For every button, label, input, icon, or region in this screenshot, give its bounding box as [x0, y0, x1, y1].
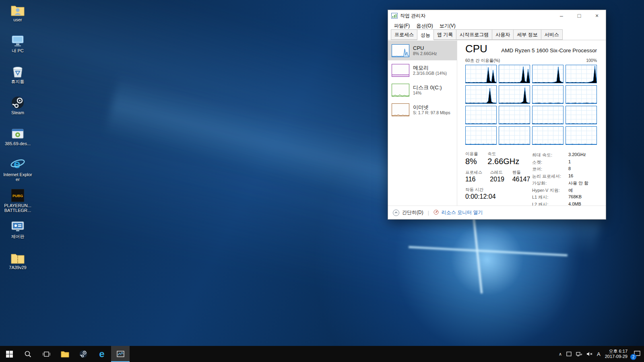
processor-name: AMD Ryzen 5 1600 Six-Core Processor: [501, 47, 597, 53]
cpu-core-graph: [465, 126, 497, 145]
sidebar-item-memory[interactable]: 메모리2.3/16.0GB (14%): [388, 60, 457, 80]
detail-label: 가상화:: [532, 180, 566, 186]
file-explorer-button[interactable]: [56, 346, 74, 362]
internet-explorer-taskbar-button[interactable]: e: [93, 346, 111, 362]
tab-app-history[interactable]: 앱 기록: [433, 29, 456, 40]
menu-file[interactable]: 파일(F): [391, 22, 413, 30]
titlebar[interactable]: 작업 관리자 – □ ×: [388, 10, 606, 21]
action-center-button[interactable]: 2: [632, 349, 641, 359]
desktop-icon-user-folder[interactable]: user: [2, 2, 33, 30]
tray-expand-icon[interactable]: ∧: [559, 352, 562, 357]
tab-details[interactable]: 세부 정보: [513, 29, 541, 40]
windows-logo-glow: [409, 246, 568, 257]
tray-display-icon[interactable]: [566, 352, 572, 356]
cpu-core-graph: [465, 106, 497, 124]
tab-processes[interactable]: 프로세스: [391, 29, 417, 40]
sidebar-item-cpu[interactable]: CPU8% 2.66GHz: [388, 41, 457, 60]
cpu-core-graph: [465, 85, 497, 104]
windows-logo-icon: [6, 351, 13, 358]
task-view-button[interactable]: [37, 346, 56, 362]
collapse-chevron-icon: [393, 210, 399, 216]
system-tray: ∧ A 오후 6:17 2017-09-29 2: [559, 346, 644, 362]
recycle-bin-icon: [12, 64, 24, 78]
internet-explorer-icon: e: [10, 157, 25, 171]
desktop-icon-my-pc[interactable]: 내 PC: [2, 33, 33, 61]
desktop-icon-steam[interactable]: Steam: [2, 95, 33, 123]
installer-icon: [11, 126, 24, 140]
start-button[interactable]: [0, 346, 19, 362]
steam-icon: [11, 95, 24, 109]
cpu-core-graph: [499, 85, 530, 104]
cpu-core-graph: [532, 65, 564, 83]
tab-users[interactable]: 사용자: [492, 29, 514, 40]
detail-value: 16: [568, 173, 588, 179]
sidebar-item-disk[interactable]: 디스크 0(C:)14%: [388, 80, 457, 100]
ime-language-indicator[interactable]: A: [597, 351, 601, 357]
taskbar-clock[interactable]: 오후 6:17 2017-09-29: [605, 349, 627, 359]
icon-label: 7A39v29: [9, 265, 26, 270]
detail-value: 768KB: [568, 194, 588, 200]
clock-date: 2017-09-29: [605, 354, 627, 359]
stat-utilization: 이용률 8%: [465, 151, 486, 166]
maximize-button[interactable]: □: [570, 10, 588, 21]
cpu-core-graph: [465, 65, 497, 83]
icon-label: PLAYERUN... BATTLEGR...: [2, 203, 33, 213]
icon-label: 휴지통: [11, 79, 25, 84]
menu-bar: 파일(F) 옵션(O) 보기(V): [388, 21, 606, 30]
icon-label: Steam: [11, 110, 24, 115]
tab-startup[interactable]: 시작프로그램: [456, 29, 492, 40]
icon-label: Internet Explorer: [2, 172, 33, 182]
cpu-details: 최대 속도:3.20GHz 소켓:1 코어:8 논리 프로세서:16 가상화:사…: [532, 152, 588, 214]
cpu-core-graph: [499, 106, 530, 124]
search-icon: [24, 350, 31, 358]
desktop-icon-driver-installer[interactable]: 385.69-des...: [2, 126, 33, 154]
cpu-core-graph: [499, 65, 530, 83]
open-resource-monitor-link[interactable]: 리소스 모니터 열기: [442, 209, 483, 216]
cpu-core-graph: [532, 126, 564, 145]
internet-explorer-icon: e: [99, 349, 104, 359]
desktop-icon-zip-folder[interactable]: 7A39v29: [2, 250, 33, 278]
menu-options[interactable]: 옵션(O): [413, 22, 436, 30]
minimize-button[interactable]: –: [553, 10, 570, 21]
desktop-icon-recycle-bin[interactable]: 휴지통: [2, 64, 33, 92]
icon-label: 385.69-des...: [5, 141, 31, 146]
stat-processes: 프로세스 116: [465, 170, 489, 183]
close-button[interactable]: ×: [588, 10, 606, 21]
graph-timescale-label: 60초 간 이용률(%): [465, 58, 500, 64]
sidebar-item-subtitle: 2.3/16.0GB (14%): [413, 71, 447, 76]
cpu-core-graph: [532, 106, 564, 124]
detail-label: Hyper-V 지원:: [532, 187, 566, 193]
icon-label: user: [13, 17, 22, 22]
desktop: user 내 PC 휴지통 Steam 385.69-des...: [0, 0, 644, 362]
tab-performance[interactable]: 성능: [417, 29, 434, 40]
desktop-icon-internet-explorer[interactable]: e Internet Explorer: [2, 157, 33, 185]
sidebar-item-title: 메모리: [413, 65, 447, 71]
task-view-icon: [43, 351, 50, 357]
desktop-icon-pubg[interactable]: PUBG PLAYERUN... BATTLEGR...: [2, 188, 33, 216]
detail-value: 사용 안 함: [568, 180, 588, 186]
notification-badge: 2: [630, 354, 636, 360]
network-icon[interactable]: [576, 352, 582, 356]
steam-taskbar-button[interactable]: [74, 346, 93, 362]
detail-label: 소켓:: [532, 159, 566, 165]
desktop-icon-control-panel[interactable]: 제어판: [2, 219, 33, 247]
detail-value: 3.20GHz: [568, 152, 588, 158]
cpu-panel-title: CPU: [465, 43, 487, 55]
sidebar-item-ethernet[interactable]: 이더넷S: 1.7 R: 97.8 Mbps: [388, 100, 457, 119]
stat-speed: 속도 2.66GHz: [487, 151, 519, 166]
detail-label: 코어:: [532, 166, 566, 172]
menu-view[interactable]: 보기(V): [437, 22, 458, 30]
search-button[interactable]: [19, 346, 37, 362]
svg-text:e: e: [14, 157, 21, 171]
task-manager-taskbar-button[interactable]: [111, 346, 130, 362]
tab-services[interactable]: 서비스: [541, 29, 563, 40]
clock-time: 오후 6:17: [605, 349, 627, 354]
fewer-details-button[interactable]: 간단히(D): [402, 209, 423, 216]
control-panel-icon: [11, 219, 25, 233]
performance-content: CPU8% 2.66GHz 메모리2.3/16.0GB (14%) 디스크 0(…: [388, 40, 606, 206]
sidebar-item-title: CPU: [413, 45, 437, 51]
zip-folder-icon: [11, 250, 25, 264]
volume-muted-icon[interactable]: [586, 352, 592, 356]
cpu-core-graph: [566, 65, 597, 83]
detail-label: 최대 속도:: [532, 152, 566, 158]
